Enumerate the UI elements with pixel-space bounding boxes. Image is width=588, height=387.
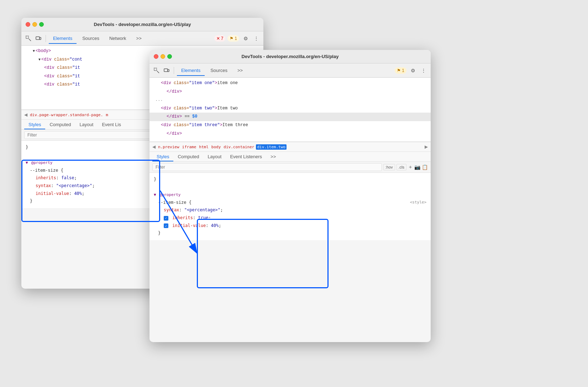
front-settings-icon[interactable]: ⚙ — [409, 66, 417, 75]
front-fullscreen-button[interactable] — [167, 54, 172, 59]
front-css-prop-initial[interactable]: ✓ initial-value: 40%; — [158, 222, 426, 230]
back-breadcrumb-nav: div.page-wrapper.standard-page. m — [29, 112, 109, 118]
svg-rect-4 — [164, 69, 168, 72]
front-filter-actions: :hov .cls ＋ 📷 📋 — [383, 164, 428, 170]
front-toolbar-badges: ⚑ 1 ⚙ ⋮ — [395, 66, 428, 75]
back-tab-sources[interactable]: Sources — [78, 33, 104, 44]
front-devtools-toolbar: Elements Sources >> ⚑ 1 ⚙ ⋮ — [149, 63, 431, 78]
svg-rect-5 — [168, 69, 169, 72]
front-css-selector: --item-size { <style> — [158, 199, 426, 207]
front-breadcrumb-item-html[interactable]: html — [198, 144, 210, 150]
front-breadcrumb-prev[interactable]: ◀ — [152, 144, 156, 149]
svg-rect-3 — [154, 68, 157, 71]
front-css-block: --item-size { <style> syntax: "<percenta… — [154, 199, 426, 237]
svg-rect-1 — [36, 37, 40, 40]
front-styles-tab-computed[interactable]: Computed — [173, 152, 203, 161]
front-div-item-three-line[interactable]: <div class="item three">Item three — [149, 121, 431, 130]
front-devtools-window: DevTools - developer.mozilla.org/en-US/p… — [149, 50, 431, 342]
front-css-close-brace: } — [158, 229, 426, 237]
back-warning-icon: ⚑ — [230, 36, 233, 41]
front-close-div-one[interactable]: </div> — [149, 88, 431, 96]
front-breadcrumb-item-body[interactable]: body — [210, 144, 222, 150]
front-html-tree: <div class="item one">item one </div> ..… — [149, 78, 431, 142]
front-breadcrumb-nav: n.preview iframe html body div.container… — [157, 144, 287, 150]
svg-rect-2 — [40, 37, 41, 40]
back-titlebar: DevTools - developer.mozilla.org/en-US/p… — [21, 18, 263, 31]
back-styles-tab-events[interactable]: Event Lis — [98, 120, 125, 129]
back-error-badge: ✕ 7 — [214, 35, 226, 42]
back-breadcrumb-item-1[interactable]: m — [105, 112, 109, 118]
back-settings-icon[interactable]: ⚙ — [241, 34, 250, 43]
front-warning-icon: ⚑ — [397, 68, 401, 73]
back-warning-badge: ⚑ 1 — [227, 35, 239, 42]
front-filter-input[interactable] — [152, 163, 382, 171]
front-close-div-two-selected[interactable]: </div> == $0 — [149, 113, 431, 121]
front-breadcrumb-item-selected[interactable]: div.item.two — [256, 144, 286, 150]
front-close-button[interactable] — [154, 54, 158, 59]
back-breadcrumb-prev[interactable]: ◀ — [24, 112, 27, 117]
front-more-icon[interactable]: ⋮ — [419, 66, 428, 75]
back-devtools-toolbar: Elements Sources Network >> ✕ 7 ⚑ 1 ⚙ ⋮ — [21, 31, 263, 46]
front-breadcrumb-item-container[interactable]: div.container — [222, 144, 255, 150]
front-div-item-two-line[interactable]: <div class="item two">Item two — [149, 104, 431, 113]
back-styles-tab-computed[interactable]: Computed — [45, 120, 75, 129]
front-breadcrumb-item-preview[interactable]: n.preview — [157, 144, 180, 150]
back-toolbar-badges: ✕ 7 ⚑ 1 ⚙ ⋮ — [214, 34, 261, 43]
back-traffic-lights — [26, 22, 44, 27]
front-styles-tab-layout[interactable]: Layout — [203, 152, 226, 161]
front-titlebar: DevTools - developer.mozilla.org/en-US/p… — [149, 50, 431, 63]
front-initial-checkbox[interactable]: ✓ — [164, 223, 168, 228]
front-inspector-icon[interactable] — [152, 66, 161, 75]
back-responsive-icon[interactable] — [34, 34, 43, 43]
back-window-title: DevTools - developer.mozilla.org/en-US/p… — [94, 22, 191, 27]
front-ellipsis: ... — [149, 96, 431, 104]
back-error-icon: ✕ — [216, 36, 220, 41]
back-inspector-icon[interactable] — [24, 34, 33, 43]
front-div-item-one-line[interactable]: <div class="item one">item one — [149, 79, 431, 88]
front-css-prop-syntax[interactable]: syntax: "<percentage>"; — [158, 206, 426, 214]
back-styles-tab-styles[interactable]: Styles — [24, 120, 45, 129]
front-plus-icon[interactable]: ＋ — [408, 164, 413, 170]
front-styles-tabs: Styles Computed Layout Event Listeners >… — [149, 152, 431, 162]
front-camera-icon[interactable]: 📷 — [414, 164, 420, 170]
front-breadcrumb-item-iframe[interactable]: iframe — [181, 144, 198, 150]
front-window-title: DevTools - developer.mozilla.org/en-US/p… — [242, 54, 339, 59]
front-styles-tab-styles[interactable]: Styles — [152, 152, 173, 161]
back-toolbar-sep1 — [46, 35, 46, 42]
back-styles-tab-layout[interactable]: Layout — [75, 120, 98, 129]
back-tab-more[interactable]: >> — [132, 33, 146, 44]
front-breadcrumb-next[interactable]: ▶ — [425, 144, 428, 149]
svg-rect-0 — [26, 36, 28, 38]
front-traffic-lights — [154, 54, 172, 59]
back-fullscreen-button[interactable] — [39, 22, 44, 27]
front-warning-badge: ⚑ 1 — [395, 67, 406, 74]
front-tab-sources[interactable]: Sources — [206, 65, 232, 76]
front-doc-icon[interactable]: 📋 — [422, 164, 428, 170]
back-tab-elements[interactable]: Elements — [49, 33, 77, 44]
front-cls-button[interactable]: .cls — [397, 164, 407, 170]
front-toolbar-sep1 — [174, 67, 174, 74]
back-minimize-button[interactable] — [32, 22, 37, 27]
front-responsive-icon[interactable] — [162, 66, 171, 75]
front-css-at-rule-line: ▼ @property — [154, 191, 426, 199]
front-css-prop-inherits[interactable]: ✓ inherits: true; — [158, 214, 426, 222]
back-tab-network[interactable]: Network — [105, 33, 131, 44]
front-tab-more[interactable]: >> — [233, 65, 247, 76]
front-styles-tab-events[interactable]: Event Listeners — [226, 152, 266, 161]
back-close-button[interactable] — [26, 22, 30, 27]
front-tab-elements[interactable]: Elements — [177, 65, 205, 76]
front-styles-panel: } ▼ @property --item-size { <style> synt… — [149, 173, 431, 240]
front-minimize-button[interactable] — [161, 54, 165, 59]
back-breadcrumb-item-0[interactable]: div.page-wrapper.standard-page. — [29, 112, 104, 118]
front-hov-button[interactable]: :hov — [383, 164, 395, 170]
front-filter-bar: :hov .cls ＋ 📷 📋 — [149, 162, 431, 173]
front-css-closing-brace-top: } — [154, 176, 426, 184]
front-breadcrumb-bar: ◀ n.preview iframe html body div.contain… — [149, 142, 431, 152]
front-close-div-three[interactable]: </div> — [149, 130, 431, 138]
front-styles-tab-more[interactable]: >> — [266, 152, 280, 161]
back-more-icon[interactable]: ⋮ — [252, 34, 261, 43]
front-inherits-checkbox[interactable]: ✓ — [164, 216, 168, 221]
